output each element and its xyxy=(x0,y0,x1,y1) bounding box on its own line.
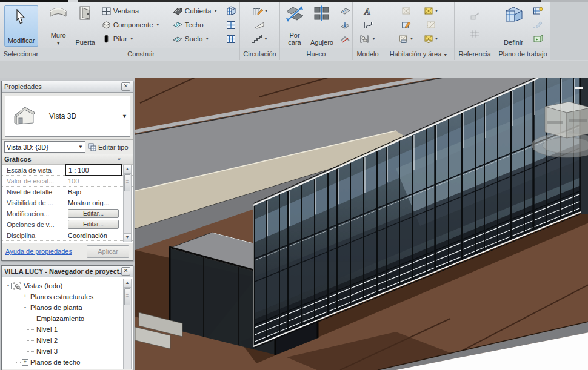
model-text-button[interactable]: A xyxy=(358,4,378,18)
roof-button[interactable]: Cubierta▼ xyxy=(171,4,219,18)
expander-icon[interactable]: - xyxy=(22,305,28,311)
window-button[interactable]: Ventana xyxy=(100,4,169,18)
set-workplane-button[interactable]: Definir xyxy=(499,4,528,46)
scroll-down-icon[interactable]: ▼ xyxy=(124,233,131,242)
cursor-icon xyxy=(15,9,28,26)
tree-item-nivel-3[interactable]: Nivel 3 xyxy=(2,346,133,357)
scrollbar-thumb[interactable]: ≡ xyxy=(124,174,130,191)
column-label: Pilar xyxy=(113,35,127,42)
tree-item-vistas-todo[interactable]: - Vistas (todo) xyxy=(2,280,133,291)
ramp-icon xyxy=(255,21,266,29)
dormer-button[interactable] xyxy=(338,32,352,46)
room-icon xyxy=(401,7,411,15)
area-tag-button[interactable]: ▼ xyxy=(422,32,441,46)
views-root-icon xyxy=(13,282,21,290)
tag-room-button[interactable] xyxy=(397,18,416,32)
show-workplane-icon xyxy=(533,7,543,15)
project-browser-tree: - Vistas (todo) + Planos estructurales -… xyxy=(2,277,133,369)
expander-icon[interactable]: + xyxy=(22,294,28,300)
mullion-button[interactable] xyxy=(222,32,239,46)
view-combo[interactable]: Vista 3D: {3D}▼ xyxy=(4,141,85,153)
scroll-up-icon[interactable]: ▲ xyxy=(124,165,131,174)
panel-label-plano-trabajo: Plano de trabajo xyxy=(495,48,550,60)
3d-viewport[interactable] xyxy=(135,78,588,370)
by-face-button[interactable]: Porcara xyxy=(283,4,306,46)
ramp-button[interactable] xyxy=(250,18,270,32)
scale-value-cell[interactable]: 1 : 100 xyxy=(65,164,122,176)
shaft-button[interactable]: Agujero xyxy=(308,4,336,46)
tree-item-planos-de-techo[interactable]: + Planos de techo xyxy=(2,357,133,368)
tree-item-planos-estructurales[interactable]: + Planos estructurales xyxy=(2,291,133,302)
project-browser-close-button[interactable]: ✕ xyxy=(121,267,130,276)
modify-button[interactable]: Modificar xyxy=(4,5,38,47)
tree-item-emplazamiento[interactable]: Emplazamiento xyxy=(2,313,133,324)
reference-plane-grid-button-disabled[interactable] xyxy=(467,27,482,41)
viewer-button[interactable] xyxy=(530,32,545,46)
model-line-button[interactable] xyxy=(358,18,378,32)
panel-seleccionar: Modificar Seleccionar xyxy=(0,2,42,60)
room-tag-button[interactable]: ▼ xyxy=(397,32,416,46)
properties-close-button[interactable]: ✕ xyxy=(121,82,130,91)
railing-icon xyxy=(252,7,263,16)
ceiling-button[interactable]: Techo xyxy=(171,18,219,32)
property-row: Estilo de mod... Ni... xyxy=(2,241,133,243)
panel-label-construir: Construir xyxy=(42,48,239,60)
project-browser-titlebar[interactable]: VILLA LUCY - Navegador de proyect... ✕ xyxy=(2,266,133,277)
property-row: Visibilidad de ... Mostrar orig... xyxy=(2,197,133,208)
edit-visibility-button[interactable]: Editar... xyxy=(68,209,119,218)
room-button-disabled[interactable] xyxy=(397,4,416,18)
property-row: Disciplina Coordinación xyxy=(2,230,133,241)
tree-item-nivel-2[interactable]: Nivel 2 xyxy=(2,335,133,346)
project-browser-title: VILLA LUCY - Navegador de proyect... xyxy=(4,268,121,275)
family-thumbnail xyxy=(7,97,42,134)
curtain-grid-button[interactable] xyxy=(222,18,239,32)
graphics-section-header[interactable]: Gráficos « xyxy=(2,154,133,165)
properties-help-link[interactable]: Ayuda de propiedades xyxy=(5,248,72,255)
reference-component-button-disabled[interactable] xyxy=(467,9,482,23)
type-selector[interactable]: Vista 3D ▼ xyxy=(2,93,133,140)
wall-button[interactable]: Muro▼ xyxy=(46,4,70,46)
panel-label-hueco: Hueco xyxy=(280,48,352,60)
component-button[interactable]: Componente▼ xyxy=(100,18,169,32)
apply-button[interactable]: Aplicar xyxy=(87,245,129,258)
edit-view-options-button[interactable]: Editar... xyxy=(68,220,119,229)
model-group-icon xyxy=(359,35,370,44)
stairs-button[interactable]: ▼ xyxy=(250,32,270,46)
panel-construir: Muro▼ Puerta Ventana Componente▼ xyxy=(42,2,240,60)
properties-scrollbar[interactable]: ▲ ≡ ▼ xyxy=(123,165,132,242)
tree-item-nivel-1[interactable]: Nivel 1 xyxy=(2,324,133,335)
column-button[interactable]: Pilar▼ xyxy=(100,32,169,46)
scrollbar-thumb[interactable]: ≡ xyxy=(124,288,130,305)
show-workplane-button[interactable] xyxy=(530,4,545,18)
collapse-section-icon[interactable]: « xyxy=(118,156,119,162)
panel-label-habitacion[interactable]: Habitación y área ▼ xyxy=(383,48,454,60)
panel-hueco: Porcara Agujero Hueco xyxy=(280,2,353,60)
area-button-disabled[interactable] xyxy=(422,18,441,32)
edit-type-button[interactable]: Editar tipo xyxy=(88,143,129,151)
tree-item-vistas-3d[interactable]: + Vistas 3D xyxy=(2,368,133,369)
scroll-up-icon[interactable]: ▲ xyxy=(124,279,131,288)
floor-button[interactable]: Suelo▼ xyxy=(171,32,219,46)
type-selector-dropdown-icon[interactable]: ▼ xyxy=(122,113,127,119)
wall-opening-button[interactable] xyxy=(338,4,352,18)
railing-button[interactable]: ▼ xyxy=(250,4,270,18)
curtain-system-button[interactable] xyxy=(222,4,239,18)
curtain-system-icon xyxy=(226,6,236,16)
property-row: Escala de vista 1 : 100 xyxy=(2,165,133,176)
expander-icon[interactable]: + xyxy=(22,359,28,366)
modify-label: Modificar xyxy=(8,37,35,44)
room-separator-button[interactable]: ▼ xyxy=(422,4,441,18)
ceiling-icon xyxy=(173,21,182,29)
browser-scrollbar[interactable]: ▲ ≡ xyxy=(123,279,132,369)
model-group-button[interactable]: ▼ xyxy=(358,32,378,46)
properties-titlebar[interactable]: Propiedades ✕ xyxy=(2,81,133,93)
ref-plane-button-disabled[interactable] xyxy=(530,18,545,32)
vertical-opening-button[interactable] xyxy=(338,18,352,32)
expander-icon[interactable]: - xyxy=(5,283,12,289)
tree-item-planos-de-planta[interactable]: - Planos de planta xyxy=(2,302,133,313)
property-row: Modificacion... Editar... xyxy=(2,208,133,219)
properties-title: Propiedades xyxy=(4,83,121,90)
door-button[interactable]: Puerta xyxy=(73,4,97,46)
by-face-label-2: cara xyxy=(288,39,301,46)
panel-habitacion: ▼ ▼ ▼ Habitación y área ▼ xyxy=(383,2,455,60)
